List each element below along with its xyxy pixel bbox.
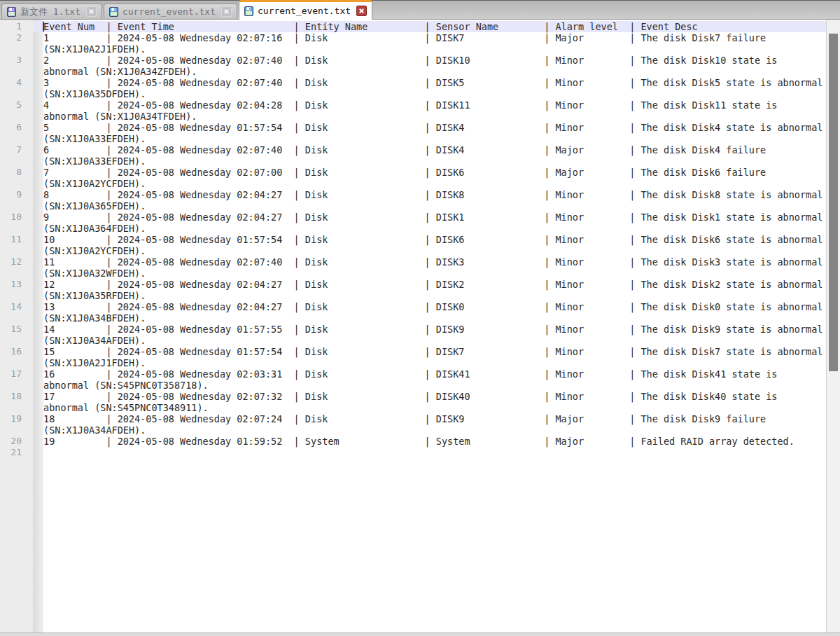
line-number: 17	[0, 368, 22, 380]
line-number: 2	[0, 32, 22, 43]
horizontal-scrollbar[interactable]	[0, 632, 840, 636]
line-number: 9	[0, 189, 22, 200]
editor-lines: 1Event Num | Event Time | Entity Name | …	[0, 21, 826, 458]
editor-line: 1716 | 2024-05-08 Wednesday 02:03:31 | D…	[0, 368, 826, 391]
text-caret	[43, 22, 44, 32]
tab-label: current_event.txt	[258, 6, 351, 16]
line-number: 18	[0, 391, 22, 402]
editor-line: 1Event Num | Event Time | Entity Name | …	[0, 21, 826, 32]
line-number: 13	[0, 279, 22, 290]
line-text[interactable]: 1 | 2024-05-08 Wednesday 02:07:16 | Disk…	[22, 32, 766, 55]
editor-line: 2019 | 2024-05-08 Wednesday 01:59:52 | S…	[0, 436, 826, 447]
line-number: 5	[0, 99, 22, 111]
editor-line: 1514 | 2024-05-08 Wednesday 01:57:55 | D…	[0, 324, 826, 346]
line-number: 10	[0, 212, 22, 223]
line-number: 7	[0, 144, 22, 155]
close-icon[interactable]	[86, 6, 97, 17]
line-text[interactable]: 7 | 2024-05-08 Wednesday 02:07:00 | Disk…	[22, 167, 766, 189]
line-number: 12	[0, 256, 22, 268]
editor-line: 1110 | 2024-05-08 Wednesday 01:57:54 | D…	[0, 234, 826, 256]
tab-label: current_event.txt	[122, 6, 216, 17]
floppy-icon	[109, 7, 118, 17]
line-text[interactable]: 12 | 2024-05-08 Wednesday 02:04:27 | Dis…	[22, 279, 823, 301]
editor-line: 21	[0, 447, 826, 458]
line-number: 14	[0, 301, 22, 312]
line-text[interactable]: 3 | 2024-05-08 Wednesday 02:07:40 | Disk…	[22, 77, 823, 99]
editor-line: 65 | 2024-05-08 Wednesday 01:57:54 | Dis…	[0, 122, 826, 144]
editor-line: 43 | 2024-05-08 Wednesday 02:07:40 | Dis…	[0, 77, 826, 99]
line-text[interactable]: 8 | 2024-05-08 Wednesday 02:04:27 | Disk…	[22, 189, 823, 212]
editor-line: 1211 | 2024-05-08 Wednesday 02:07:40 | D…	[0, 256, 826, 279]
tab-new-file-1[interactable]: 新文件 1.txt	[1, 4, 102, 19]
close-icon[interactable]	[221, 6, 232, 17]
tab-current-event-2-active[interactable]: current_event.txt	[239, 0, 372, 20]
line-number: 11	[0, 234, 22, 245]
line-text[interactable]: 11 | 2024-05-08 Wednesday 02:07:40 | Dis…	[22, 256, 823, 279]
line-number: 8	[0, 167, 22, 178]
floppy-icon	[244, 6, 253, 16]
vertical-scrollbar-thumb[interactable]	[829, 34, 838, 371]
editor-line: 32 | 2024-05-08 Wednesday 02:07:40 | Dis…	[0, 55, 826, 77]
line-text[interactable]: 5 | 2024-05-08 Wednesday 01:57:54 | Disk…	[22, 122, 823, 144]
line-number: 6	[0, 122, 22, 133]
line-number: 19	[0, 413, 22, 424]
close-icon[interactable]	[356, 6, 367, 16]
editor-line: 98 | 2024-05-08 Wednesday 02:04:27 | Dis…	[0, 189, 826, 212]
tab-label: 新文件 1.txt	[20, 6, 80, 18]
line-number: 3	[0, 55, 22, 66]
line-number: 16	[0, 346, 22, 357]
editor-line: 21 | 2024-05-08 Wednesday 02:07:16 | Dis…	[0, 32, 826, 55]
line-text[interactable]: 14 | 2024-05-08 Wednesday 01:57:55 | Dis…	[22, 324, 823, 346]
line-number: 1	[0, 21, 22, 32]
line-text[interactable]: 10 | 2024-05-08 Wednesday 01:57:54 | Dis…	[22, 234, 823, 256]
editor-line: 87 | 2024-05-08 Wednesday 02:07:00 | Dis…	[0, 167, 826, 189]
line-text[interactable]: 2 | 2024-05-08 Wednesday 02:07:40 | Disk…	[22, 55, 777, 77]
line-text[interactable]: 15 | 2024-05-08 Wednesday 01:57:54 | Dis…	[22, 346, 823, 368]
editor-line: 76 | 2024-05-08 Wednesday 02:07:40 | Dis…	[0, 144, 826, 167]
editor-line: 54 | 2024-05-08 Wednesday 02:04:28 | Dis…	[0, 99, 826, 122]
line-text[interactable]: 19 | 2024-05-08 Wednesday 01:59:52 | Sys…	[22, 436, 794, 447]
line-text[interactable]	[22, 447, 43, 458]
line-text[interactable]: 13 | 2024-05-08 Wednesday 02:04:27 | Dis…	[22, 301, 823, 324]
line-number: 4	[0, 77, 22, 88]
app-window: { "tab_bar": { "tabs": [ { "label": "新文件…	[0, 0, 840, 636]
editor-line: 1413 | 2024-05-08 Wednesday 02:04:27 | D…	[0, 301, 826, 324]
line-text[interactable]: 9 | 2024-05-08 Wednesday 02:04:27 | Disk…	[22, 212, 823, 234]
floppy-icon	[7, 7, 16, 17]
editor-line: 1918 | 2024-05-08 Wednesday 02:07:24 | D…	[0, 413, 826, 436]
editor-line: 1817 | 2024-05-08 Wednesday 02:07:32 | D…	[0, 391, 826, 413]
line-text[interactable]: Event Num | Event Time | Entity Name | S…	[22, 21, 698, 32]
line-text[interactable]: 6 | 2024-05-08 Wednesday 02:07:40 | Disk…	[22, 144, 766, 167]
line-text[interactable]: 16 | 2024-05-08 Wednesday 02:03:31 | Dis…	[22, 368, 777, 391]
line-text[interactable]: 17 | 2024-05-08 Wednesday 02:07:32 | Dis…	[22, 391, 777, 413]
line-text[interactable]: 4 | 2024-05-08 Wednesday 02:04:28 | Disk…	[22, 99, 777, 122]
tab-current-event-1[interactable]: current_event.txt	[104, 4, 237, 19]
editor-line: 1615 | 2024-05-08 Wednesday 01:57:54 | D…	[0, 346, 826, 368]
vertical-scrollbar[interactable]	[826, 20, 840, 632]
line-number: 15	[0, 324, 22, 335]
editor-line: 1312 | 2024-05-08 Wednesday 02:04:27 | D…	[0, 279, 826, 301]
line-number: 21	[0, 447, 22, 458]
editor-line: 109 | 2024-05-08 Wednesday 02:04:27 | Di…	[0, 212, 826, 234]
line-number: 20	[0, 436, 22, 447]
tab-bar: 新文件 1.txt current_event.txt current_even…	[0, 0, 840, 20]
text-editor[interactable]: 1Event Num | Event Time | Entity Name | …	[0, 20, 826, 632]
line-text[interactable]: 18 | 2024-05-08 Wednesday 02:07:24 | Dis…	[22, 413, 766, 436]
